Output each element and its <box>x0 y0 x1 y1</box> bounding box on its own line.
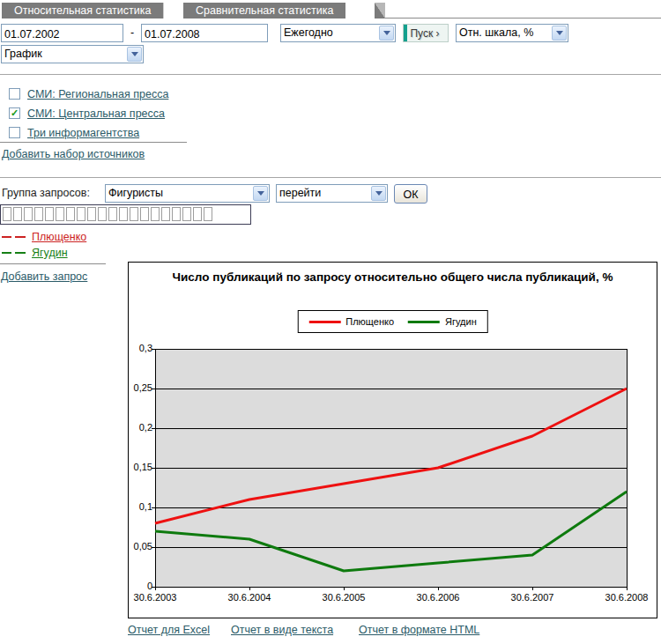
chevron-down-icon[interactable] <box>127 47 142 62</box>
x-tick-label: 30.6.2006 <box>401 592 475 603</box>
query-cell[interactable] <box>3 207 11 221</box>
chevron-down-icon[interactable] <box>552 26 567 41</box>
scale-select-value: Отн. шкала, % <box>459 26 533 39</box>
x-tick-label: 30.6.2005 <box>307 592 381 603</box>
query-cell[interactable] <box>204 207 212 221</box>
view-select-value: График <box>4 48 42 60</box>
y-tick-label: 0,15 <box>129 462 152 472</box>
query-item-yagudin: Ягудин <box>2 246 68 260</box>
chart-panel: Число публикаций по запросу относительно… <box>128 262 657 618</box>
chart-legend: ПлющенкоЯгудин <box>297 310 487 333</box>
ok-button[interactable]: ОК <box>394 184 427 204</box>
chart-title: Число публикаций по запросу относительно… <box>173 270 613 286</box>
divider <box>0 177 661 178</box>
checkbox-central-press[interactable]: ✓ <box>9 107 20 119</box>
query-cell[interactable] <box>172 207 181 221</box>
legend-label: Плющенко <box>345 316 394 327</box>
period-select[interactable]: Ежегодно <box>280 24 396 42</box>
query-cell[interactable] <box>98 207 107 221</box>
query-input-cells[interactable] <box>0 204 251 225</box>
scale-select[interactable]: Отн. шкала, % <box>456 24 568 42</box>
x-tick-label: 30.6.2003 <box>118 592 192 603</box>
date-from-input[interactable] <box>1 24 123 42</box>
series-dash-green <box>2 252 26 254</box>
goto-select[interactable]: перейти <box>276 184 388 203</box>
query-cell[interactable] <box>119 207 128 221</box>
date-to-input[interactable] <box>141 24 268 42</box>
query-group-select-value: Фигуристы <box>108 187 163 199</box>
y-tick-label: 0,3 <box>129 343 152 353</box>
query-cell[interactable] <box>161 207 170 221</box>
y-tick-label: 0 <box>129 581 152 591</box>
goto-select-value: перейти <box>279 187 321 199</box>
chevron-down-icon[interactable] <box>379 26 394 41</box>
query-cell[interactable] <box>151 207 160 221</box>
start-button[interactable]: Пуск › <box>403 24 449 42</box>
query-cell[interactable] <box>45 207 54 221</box>
x-tick-label: 30.6.2008 <box>590 592 661 603</box>
divider <box>0 142 187 143</box>
query-group-select[interactable]: Фигуристы <box>105 184 270 203</box>
query-cell[interactable] <box>108 207 117 221</box>
chart-legend-item: Плющенко <box>308 316 394 327</box>
query-cell[interactable] <box>182 207 191 221</box>
legend-line-swatch <box>408 321 440 323</box>
query-cell[interactable] <box>140 207 149 221</box>
y-tick-label: 0,1 <box>129 501 152 512</box>
date-range-separator: - <box>130 26 134 39</box>
divider <box>0 263 106 264</box>
add-source-set-link[interactable]: Добавить набор источников <box>2 148 145 160</box>
query-cell[interactable] <box>87 207 96 221</box>
report-excel-link[interactable]: Отчет для Excel <box>128 624 210 636</box>
query-cell[interactable] <box>66 207 75 221</box>
query-link-yagudin[interactable]: Ягудин <box>32 247 68 259</box>
query-cell[interactable] <box>193 207 202 221</box>
checkbox-news-agencies[interactable] <box>9 127 20 138</box>
query-cell[interactable] <box>130 207 138 221</box>
tabbar-underline <box>385 18 661 19</box>
x-tick-label: 30.6.2007 <box>495 592 569 603</box>
view-select[interactable]: График <box>1 45 144 63</box>
plot-area <box>155 349 627 587</box>
tab-corner-decoration <box>375 3 385 19</box>
y-tick-label: 0,2 <box>129 422 152 433</box>
query-cell[interactable] <box>24 207 33 221</box>
query-group-label: Группа запросов: <box>2 187 90 199</box>
query-cell[interactable] <box>77 207 85 221</box>
y-tick-label: 0,25 <box>129 382 152 393</box>
add-query-link[interactable]: Добавить запрос <box>1 270 87 283</box>
query-cell[interactable] <box>34 207 43 221</box>
x-tick-label: 30.6.2004 <box>212 592 286 603</box>
series-dash-red <box>2 236 26 238</box>
legend-line-swatch <box>308 321 340 323</box>
query-cell[interactable] <box>56 207 64 221</box>
period-select-value: Ежегодно <box>284 26 333 39</box>
source-link-news-agencies[interactable]: Три информагентства <box>27 127 139 139</box>
query-link-plushchenko[interactable]: Плющенко <box>32 231 86 243</box>
divider <box>0 74 661 75</box>
chevron-down-icon[interactable] <box>253 186 268 201</box>
tab-relative-statistics[interactable]: Относительная статистика <box>2 3 164 19</box>
source-link-regional-press[interactable]: СМИ: Региональная пресса <box>27 88 168 100</box>
report-html-link[interactable]: Отчет в формате HTML <box>359 624 479 636</box>
chevron-down-icon[interactable] <box>371 186 386 201</box>
chart-legend-item: Ягудин <box>408 316 477 327</box>
query-cell[interactable] <box>13 207 22 221</box>
query-item-plushchenko: Плющенко <box>2 230 86 244</box>
checkbox-regional-press[interactable] <box>9 88 20 100</box>
tab-comparative-statistics[interactable]: Сравнительная статистика <box>183 3 345 19</box>
source-link-central-press[interactable]: СМИ: Центральная пресса <box>27 107 165 120</box>
legend-label: Ягудин <box>445 316 477 327</box>
y-tick-label: 0,05 <box>129 541 152 551</box>
report-text-link[interactable]: Отчет в виде текста <box>231 624 333 636</box>
